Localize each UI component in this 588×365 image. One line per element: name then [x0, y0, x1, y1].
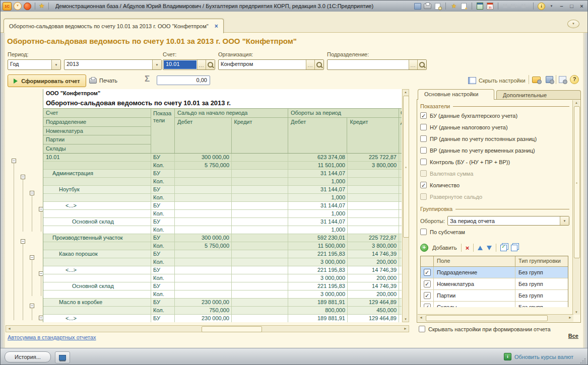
report-row[interactable]: 10.01БУ300 000,00623 374,08225 722,87 [43, 154, 402, 162]
memory-mminus-button[interactable]: M− [521, 3, 529, 10]
generate-report-button[interactable]: Сформировать отчет [8, 75, 86, 87]
calculator-icon[interactable] [476, 3, 484, 10]
checkbox-box[interactable]: ✓ [424, 280, 431, 287]
turnovers-dropdown-icon[interactable]: ▼ [560, 216, 569, 225]
report-row[interactable]: Кол.5 750,00011 501,0003 800,000 [43, 162, 402, 170]
1c-logo-icon[interactable]: 1С [3, 2, 12, 11]
report-row[interactable]: Кол.5 750,00011 500,0003 800,000 [43, 242, 402, 250]
save-icon[interactable] [414, 3, 421, 10]
organization-more-button[interactable]: ... [306, 60, 314, 69]
checkbox-box[interactable] [420, 135, 427, 142]
print-button[interactable]: Печать [89, 76, 117, 86]
report-row[interactable]: Кол.1,000 [43, 178, 402, 186]
report-row[interactable]: Кол.1,000 [43, 210, 402, 218]
tab-osv-report[interactable]: Оборотно-сальдовая ведомость по счету 10… [4, 19, 224, 33]
grouping-table-row[interactable]: ✓СкладыБез групп [421, 302, 568, 307]
checkbox-box[interactable] [419, 326, 425, 332]
main-menu-dropdown-icon[interactable]: ▼ [14, 2, 22, 10]
print-icon[interactable] [424, 3, 431, 10]
report-row[interactable]: НоутбукБУ31 144,07 [43, 186, 402, 194]
monitor-button[interactable] [55, 351, 70, 363]
add-button[interactable]: Добавить [432, 245, 457, 251]
scroll-left-icon[interactable]: ◄ [8, 327, 11, 330]
scroll-down-icon[interactable]: ▼ [573, 311, 580, 314]
grouping-table-row[interactable]: ✓НоменклатураБез групп [421, 278, 568, 290]
department-search-icon[interactable] [417, 60, 426, 69]
hide-settings-on-generate-checkbox[interactable]: Скрывать настройки при формировании отче… [419, 326, 551, 332]
checkbox-box[interactable]: ✓ [420, 182, 427, 188]
indicator-checkbox[interactable]: ВР (данные по учету временных разниц) [420, 144, 569, 156]
history-button[interactable]: История... [5, 351, 51, 362]
period-value-dropdown-icon[interactable]: ▼ [152, 60, 161, 69]
indicator-checkbox[interactable]: Развернутое сальдо [420, 191, 569, 202]
tab-close-icon[interactable]: × [215, 23, 218, 30]
settings-vscroll-thumb[interactable] [574, 106, 580, 258]
checkbox-box[interactable]: ✓ [420, 112, 427, 119]
favorite-page-icon[interactable] [460, 3, 468, 10]
sum-sigma-icon[interactable]: Σ [145, 74, 150, 84]
turnovers-combo[interactable]: За период отчета ▼ [447, 216, 569, 226]
info-dropdown-icon[interactable]: ▼ [548, 3, 555, 10]
grouping-table-row[interactable]: ✓ПодразделениеБез групп [421, 267, 568, 278]
report-vertical-scrollbar[interactable]: ▲ ▼ [402, 89, 409, 322]
report-settings-button[interactable] [558, 75, 567, 84]
help-button[interactable]: ? [570, 75, 579, 84]
tree-expander-icon[interactable]: − [12, 159, 16, 163]
scroll-up-icon[interactable]: ▲ [403, 91, 409, 94]
tree-expander-icon[interactable]: − [39, 207, 43, 211]
report-row[interactable]: Кол.1,000 [43, 194, 402, 202]
tree-expander-icon[interactable]: − [30, 304, 34, 308]
indicator-checkbox[interactable]: ✓Количество [420, 179, 569, 191]
checkbox-box[interactable] [420, 170, 427, 177]
autosum-link[interactable]: Автосумма в стандартных отчетах [8, 334, 96, 340]
report-row[interactable]: Производственный участокБУ300 000,00592 … [43, 234, 402, 242]
department-field[interactable]: ... [327, 59, 427, 70]
organization-search-icon[interactable] [314, 60, 323, 69]
indicator-checkbox[interactable]: Валютная сумма [420, 168, 569, 179]
indicator-checkbox[interactable]: Контроль (БУ - (НУ + ПР + ВР)) [420, 156, 569, 168]
checkbox-box[interactable]: ✓ [424, 269, 431, 276]
tab-list-dropdown-icon[interactable]: ▼ [567, 20, 579, 28]
memory-m-button[interactable]: M [502, 3, 507, 10]
period-type-dropdown-icon[interactable]: ▼ [51, 60, 60, 69]
report-row[interactable]: Кол.3 000,000200,000 [43, 290, 402, 299]
check-all-icon[interactable] [500, 245, 507, 251]
tree-expander-icon[interactable]: − [39, 271, 43, 276]
report-horizontal-scrollbar[interactable]: ◄ ► [6, 325, 409, 332]
report-row[interactable]: АдминистрацияБУ31 144,07 [43, 170, 402, 178]
print-preview-icon[interactable] [434, 3, 441, 10]
calendar-icon[interactable]: 31 [486, 3, 494, 10]
move-down-icon[interactable] [487, 246, 492, 250]
report-row[interactable]: Кол.1,000 [43, 226, 402, 234]
checkbox-box[interactable] [420, 193, 427, 200]
period-type-combo[interactable]: Год ▼ [8, 59, 61, 70]
checkbox-box[interactable]: ✓ [424, 304, 431, 307]
report-row[interactable]: <...>БУ221 195,8314 746,39 [43, 266, 402, 274]
scroll-left-icon[interactable]: ◄ [419, 316, 423, 319]
by-subaccounts-checkbox[interactable]: По субсчетам [420, 226, 569, 238]
add-favorite-icon[interactable]: ★ [450, 3, 458, 10]
tab-main-settings[interactable]: Основные настройки [418, 89, 494, 100]
close-button[interactable]: × [578, 3, 585, 10]
tree-expander-icon[interactable]: − [30, 255, 34, 260]
load-settings-button[interactable] [532, 75, 541, 84]
report-row[interactable]: Кол.750,000800,000450,000 [43, 307, 402, 315]
report-hscroll-thumb[interactable] [202, 326, 262, 332]
tree-expander-icon[interactable]: − [30, 191, 34, 195]
report-row[interactable]: Масло в коробкеБУ230 000,00189 881,91129… [43, 299, 402, 307]
tree-expander-icon[interactable]: − [21, 239, 25, 244]
report-row[interactable]: Основной складБУ221 195,8314 746,39 [43, 282, 402, 290]
account-more-button[interactable]: ... [197, 60, 206, 69]
tree-expander-icon[interactable]: − [39, 316, 43, 320]
report-sheet[interactable]: ООО "Конфетпром" Оборотно-сальдовая ведо… [43, 89, 402, 322]
all-link[interactable]: Все [568, 333, 578, 339]
tree-expander-icon[interactable]: − [21, 175, 25, 179]
grouping-table-row[interactable]: ✓ПартииБез групп [421, 290, 568, 302]
report-row[interactable]: Кол.3 000,000200,000 [43, 258, 402, 266]
report-row[interactable]: <...>БУ31 144,07 [43, 202, 402, 210]
report-row[interactable]: Какао порошокБУ221 195,8314 746,39 [43, 250, 402, 258]
add-icon[interactable]: + [420, 244, 428, 252]
memory-mplus-button[interactable]: M+ [510, 3, 518, 10]
account-field[interactable]: 10.01 ... [163, 59, 215, 70]
department-more-button[interactable]: ... [409, 60, 417, 69]
